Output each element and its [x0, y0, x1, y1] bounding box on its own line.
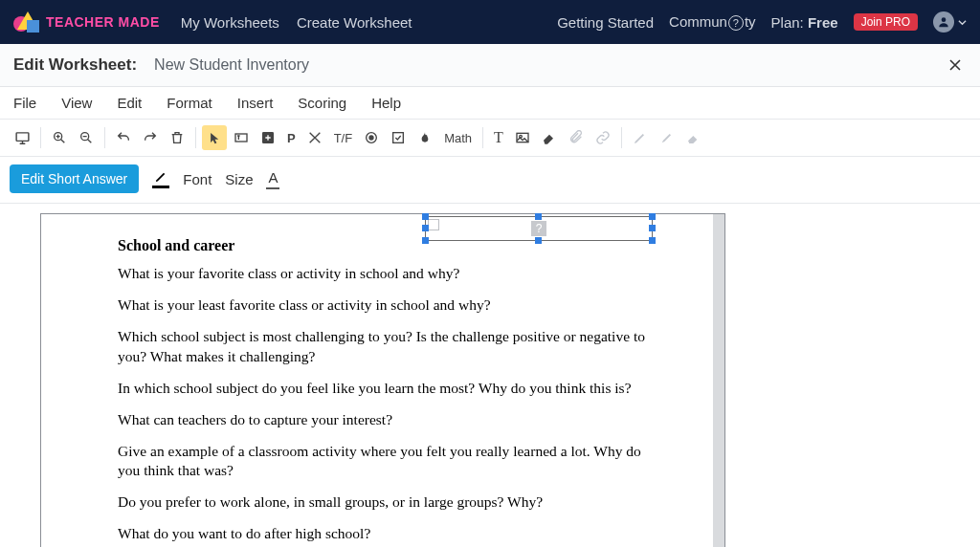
menu-view[interactable]: View: [61, 95, 92, 111]
svg-rect-1: [16, 132, 29, 141]
plus-box-icon: [260, 130, 276, 145]
question-text: What can teachers do to capture your int…: [118, 410, 648, 430]
page-scrollbar[interactable]: [713, 214, 724, 547]
resize-handle-s[interactable]: [535, 237, 542, 244]
whiteout-tool[interactable]: [537, 125, 562, 150]
zoom-in-icon: [52, 130, 67, 145]
image-tool[interactable]: [510, 125, 535, 150]
titlebar: Edit Worksheet: New Student Inventory: [0, 44, 980, 87]
radio-icon: [364, 130, 379, 145]
nav-left: My Worksheets Create Worksheet: [181, 14, 412, 31]
text-tool[interactable]: T: [489, 125, 508, 150]
toolbar: P T/F Math T: [0, 120, 980, 157]
logo-text: TEACHER MADE: [46, 14, 160, 30]
matching-tool[interactable]: [302, 125, 327, 150]
present-icon: [14, 130, 31, 146]
resize-handle-ne[interactable]: [649, 213, 656, 220]
highlighter-icon: [659, 130, 675, 145]
selected-short-answer-field[interactable]: ?: [425, 216, 653, 241]
avatar-icon: [933, 11, 954, 33]
question-text: Which school subject is most challenging…: [118, 327, 648, 367]
undo-icon: [116, 130, 131, 145]
menu-scoring[interactable]: Scoring: [298, 95, 346, 111]
highlight-tool[interactable]: [655, 125, 679, 150]
menu-format[interactable]: Format: [167, 95, 212, 111]
resize-handle-se[interactable]: [649, 237, 656, 244]
plan-label: Plan: Free: [771, 14, 838, 31]
menu-edit[interactable]: Edit: [117, 95, 142, 111]
cursor-icon: [208, 131, 222, 145]
size-menu[interactable]: Size: [225, 171, 253, 187]
question-text: In which school subject do you feel like…: [118, 379, 648, 399]
flame-icon: [417, 130, 433, 145]
zoom-out-icon: [78, 130, 94, 145]
resize-handle-e[interactable]: [649, 225, 656, 231]
short-answer-tool[interactable]: [229, 125, 254, 150]
svg-point-7: [369, 136, 373, 140]
question-text: What do you want to do after high school…: [118, 524, 648, 544]
nav-create-worksheet[interactable]: Create Worksheet: [297, 14, 412, 31]
select-tool-button[interactable]: [202, 125, 227, 150]
svg-rect-8: [393, 133, 404, 143]
nav-getting-started[interactable]: Getting Started: [557, 14, 654, 31]
math-tool[interactable]: Math: [439, 125, 477, 150]
hotspot-tool[interactable]: [412, 125, 437, 150]
true-false-tool[interactable]: T/F: [329, 125, 358, 150]
textbox-icon: [234, 130, 249, 145]
menu-help[interactable]: Help: [371, 95, 401, 111]
open-answer-tool[interactable]: [256, 125, 280, 150]
close-button[interactable]: [944, 54, 967, 77]
undo-button[interactable]: [111, 125, 136, 150]
question-text: What is your favorite class or activity …: [118, 264, 648, 284]
eraser-tool[interactable]: [681, 125, 706, 150]
logo-icon: [13, 9, 40, 35]
question-text: Give an example of a classroom activity …: [118, 442, 648, 482]
resize-handle-n[interactable]: [535, 213, 542, 220]
resize-handle-sw[interactable]: [422, 237, 429, 244]
join-pro-button[interactable]: Join PRO: [854, 13, 918, 31]
font-menu[interactable]: Font: [183, 171, 212, 187]
text-color-button[interactable]: [152, 169, 169, 188]
worksheet-page[interactable]: School and career What is your favorite …: [40, 213, 725, 547]
edit-short-answer-button[interactable]: Edit Short Answer: [10, 164, 139, 193]
account-menu[interactable]: [933, 11, 967, 33]
attachment-tool[interactable]: [564, 125, 589, 150]
present-button[interactable]: [10, 125, 34, 150]
paperclip-icon: [568, 130, 584, 145]
delete-button[interactable]: [165, 125, 189, 150]
menu-file[interactable]: File: [13, 95, 36, 111]
field-help-icon[interactable]: ?: [531, 221, 546, 236]
multiple-choice-tool[interactable]: [359, 125, 384, 150]
nav-my-worksheets[interactable]: My Worksheets: [181, 14, 279, 31]
chevron-down-icon: [958, 18, 967, 27]
nav-right: Getting Started Commun?ty Plan: Free Joi…: [557, 11, 967, 33]
document-name[interactable]: New Student Inventory: [154, 56, 309, 74]
logo[interactable]: TEACHER MADE: [13, 9, 160, 35]
link-tool[interactable]: [590, 125, 615, 150]
resize-handle-w[interactable]: [422, 225, 429, 231]
pen-icon: [633, 130, 648, 145]
zoom-out-button[interactable]: [74, 125, 99, 150]
help-icon: ?: [728, 15, 744, 31]
font-color-menu[interactable]: A: [266, 169, 279, 189]
pen-tool[interactable]: [628, 125, 653, 150]
trash-icon: [169, 130, 185, 145]
nav-community[interactable]: Commun?ty: [669, 13, 756, 31]
svg-rect-4: [235, 134, 247, 142]
format-toolbar: Edit Short Answer Font Size A: [0, 157, 980, 204]
pencil-icon: [154, 169, 168, 184]
redo-button[interactable]: [138, 125, 163, 150]
canvas[interactable]: School and career What is your favorite …: [0, 204, 980, 547]
resize-handle-nw[interactable]: [422, 213, 429, 220]
eraser-icon: [542, 130, 557, 145]
checkbox-tool[interactable]: [386, 125, 411, 150]
close-icon: [947, 57, 963, 73]
svg-point-0: [942, 17, 947, 22]
titlebar-heading: Edit Worksheet:: [13, 55, 137, 75]
question-text: Do you prefer to work alone, in small gr…: [118, 492, 648, 513]
menubar: File View Edit Format Insert Scoring Hel…: [0, 87, 980, 120]
paragraph-tool[interactable]: P: [282, 125, 301, 150]
zoom-in-button[interactable]: [47, 125, 72, 150]
menu-insert[interactable]: Insert: [237, 95, 274, 111]
question-text: What is your least favorite class or act…: [118, 295, 648, 316]
